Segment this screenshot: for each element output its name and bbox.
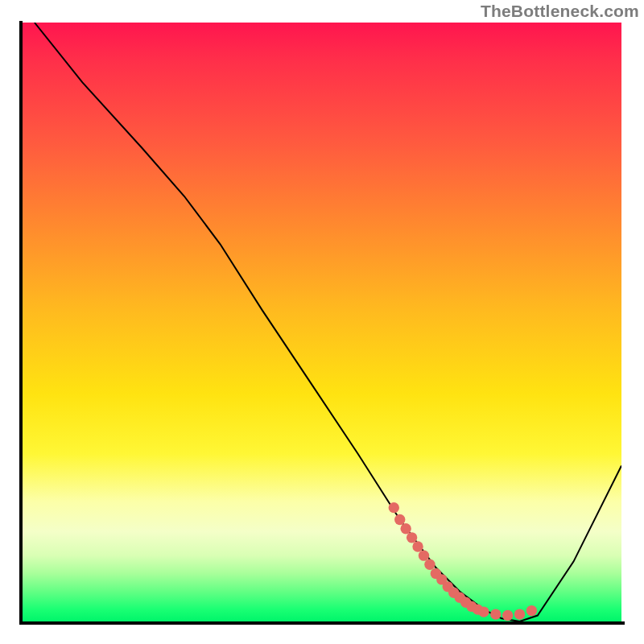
y-axis [19, 21, 23, 625]
highlight-dot [394, 514, 405, 525]
watermark-text: TheBottleneck.com [481, 2, 639, 21]
highlight-dot [478, 606, 489, 617]
highlight-dot [419, 550, 429, 560]
highlight-dots [389, 502, 538, 621]
highlight-dot [490, 609, 501, 619]
plot-svg [23, 23, 621, 621]
highlight-dot [424, 559, 435, 570]
chart-stage: TheBottleneck.com [0, 0, 644, 644]
highlight-dot [389, 502, 399, 513]
highlight-dot [526, 605, 537, 616]
highlight-dot [412, 541, 423, 551]
highlight-dot [502, 610, 513, 621]
plot-area [23, 23, 621, 621]
highlight-dot [407, 532, 417, 543]
highlight-dot [514, 609, 525, 619]
bottleneck-curve [35, 23, 621, 621]
x-axis [19, 621, 625, 625]
highlight-dot [400, 523, 411, 534]
